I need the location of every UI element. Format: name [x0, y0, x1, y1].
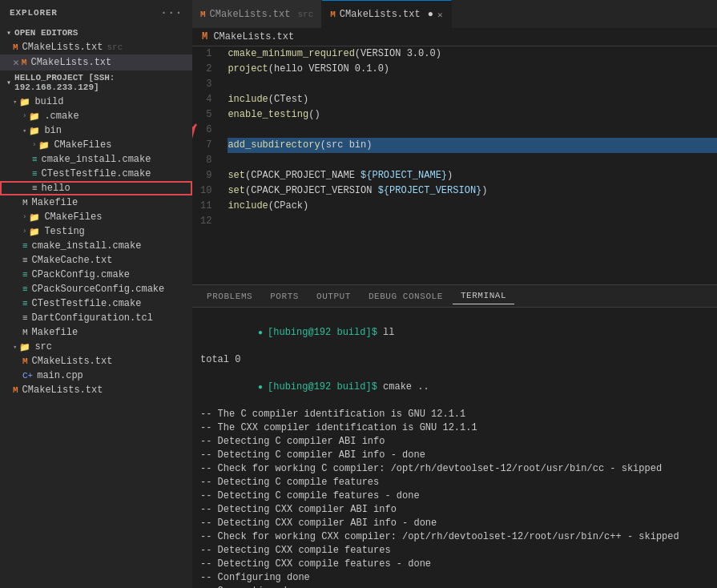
testing-label: Testing — [44, 226, 84, 237]
tree-item-testing[interactable]: › 📁 Testing — [0, 224, 192, 239]
tree-item-cmake-install2[interactable]: ≡ cmake_install.cmake — [0, 239, 192, 253]
cpp-icon-main: C+ — [22, 371, 33, 381]
tree-item-root-cmake[interactable]: M CMakeLists.txt — [0, 383, 192, 397]
tree-item-cpackconfig[interactable]: ≡ CPackConfig.cmake — [0, 268, 192, 282]
terminal-line-3: ● [hubing@192 build]$ cmake .. — [200, 367, 709, 408]
folder-chevron-testing: › — [22, 228, 26, 236]
code-editor[interactable]: cmake_minimum_required(VERSION 3.0.0) pr… — [220, 46, 717, 284]
tree-item-dart[interactable]: ≡ DartConfiguration.tcl — [0, 311, 192, 325]
tree-item-cmake-dir[interactable]: › 📁 .cmake — [0, 109, 192, 123]
tab-m-icon-2: M — [330, 10, 336, 19]
src-cmake-label: CMakeLists.txt — [32, 356, 113, 367]
editor-file-icon: M — [202, 31, 213, 42]
terminal-line-17: -- Generating done — [200, 585, 709, 588]
cmake-m-icon: M — [13, 42, 18, 52]
project-chevron: ▾ — [6, 78, 11, 87]
tab-ports[interactable]: PORTS — [262, 288, 307, 304]
cpacksource-label: CPackSourceConfig.cmake — [32, 284, 165, 295]
line-numbers: 12345 678910 1112 — [192, 46, 220, 284]
cmake-m-icon-root: M — [13, 385, 18, 395]
cmd-1: ll — [377, 327, 395, 338]
project-label: HELLO_PROJECT [SSH: 192.168.233.129] — [14, 73, 186, 92]
folder-chevron-cmakefiles2: › — [22, 213, 26, 221]
tree-item-cmake-install[interactable]: ≡ cmake_install.cmake — [0, 152, 192, 167]
dot-1: ● — [258, 328, 268, 337]
dot-2: ● — [258, 383, 268, 392]
terminal-line-4: -- The C compiler identification is GNU … — [200, 408, 709, 421]
editor-filename: CMakeLists.txt — [213, 31, 294, 42]
tab-modified-dot: ● — [428, 9, 433, 20]
cmake-m-icon-src: M — [22, 356, 28, 366]
terminal-line-15: -- Detecting CXX compile features - done — [200, 558, 709, 571]
sidebar: EXPLORER ··· ▾ OPEN EDITORS M CMakeLists… — [0, 0, 192, 588]
cmake-icon-ctest: ≡ — [32, 169, 38, 179]
cmake-icon-install2: ≡ — [22, 241, 28, 251]
explorer-header: EXPLORER ··· — [0, 0, 192, 26]
code-line-10: set(CPACK_PROJECT_VERSION ${PROJECT_VERS… — [228, 183, 717, 199]
makefile-icon-bin: M — [22, 198, 28, 207]
tree-item-src-cmake[interactable]: M CMakeLists.txt — [0, 354, 192, 369]
tree-item-cmakecache[interactable]: ≡ CMakeCache.txt — [0, 253, 192, 268]
prompt-1: [hubing@192 build]$ — [268, 327, 377, 338]
tab-terminal[interactable]: TERMINAL — [453, 288, 514, 304]
file-icon-hello: ≡ — [32, 183, 38, 193]
folder-icon-testing: 📁 — [29, 227, 40, 237]
root-cmake-label: CMakeLists.txt — [22, 385, 103, 396]
prompt-2: [hubing@192 build]$ — [268, 381, 377, 393]
tree-item-bin[interactable]: ▾ 📁 bin — [0, 123, 192, 138]
code-line-2: project(hello VERSION 0.1.0) — [228, 62, 717, 77]
tree-item-cpacksource[interactable]: ≡ CPackSourceConfig.cmake — [0, 282, 192, 296]
cmake-icon-cpacksrc: ≡ — [22, 284, 28, 294]
makefile-bin-label: Makefile — [32, 197, 79, 208]
editor-breadcrumb: M CMakeLists.txt — [192, 28, 717, 46]
tree-item-main-cpp[interactable]: C+ main.cpp — [0, 369, 192, 383]
close-icon[interactable]: ✕ — [13, 56, 19, 69]
code-line-12 — [228, 214, 717, 229]
tab-cmake-src[interactable]: M CMakeLists.txt src — [192, 0, 322, 28]
tab-problems[interactable]: PROBLEMS — [199, 288, 260, 304]
txt-icon-cache: ≡ — [22, 256, 28, 265]
tree-item-ctest-bin[interactable]: ≡ CTestTestfile.cmake — [0, 167, 192, 181]
tree-item-ctest2[interactable]: ≡ CTestTestfile.cmake — [0, 296, 192, 311]
folder-icon-cmakefiles2: 📁 — [29, 212, 40, 223]
folder-chevron-bin: ▾ — [22, 127, 26, 135]
tab-m-icon-1: M — [200, 10, 206, 19]
terminal-line-16: -- Configuring done — [200, 571, 709, 585]
open-editor-suffix-1: src — [107, 42, 123, 52]
project-section[interactable]: ▾ HELLO_PROJECT [SSH: 192.168.233.129] — [0, 70, 192, 95]
tab-debug-console[interactable]: DEBUG CONSOLE — [361, 288, 451, 304]
tab-close-btn[interactable]: ✕ — [437, 10, 443, 20]
terminal-line-9: -- Detecting C compile features — [200, 476, 709, 489]
code-line-8 — [228, 153, 717, 168]
terminal-content[interactable]: ● [hubing@192 build]$ ll total 0 ● [hubi… — [192, 308, 717, 588]
terminal-line-1: ● [hubing@192 build]$ ll — [200, 312, 709, 353]
tree-item-src[interactable]: ▾ 📁 src — [0, 340, 192, 354]
bin-label: bin — [44, 125, 62, 136]
tree-item-hello[interactable]: ≡ hello — [0, 181, 192, 195]
tree-item-makefile2[interactable]: M Makefile — [0, 325, 192, 340]
tree-item-cmakefiles2[interactable]: › 📁 CMakeFiles — [0, 210, 192, 224]
tree-item-makefile-bin[interactable]: M Makefile — [0, 195, 192, 210]
dart-label: DartConfiguration.tcl — [32, 312, 153, 324]
code-line-11: include(CPack) — [228, 199, 717, 214]
open-editors-section[interactable]: ▾ OPEN EDITORS — [0, 26, 192, 40]
tab-output[interactable]: OUTPUT — [308, 288, 359, 304]
explorer-menu[interactable]: ··· — [160, 6, 183, 19]
code-line-7: add_subdirectory(src bin) — [228, 138, 717, 153]
folder-chevron: ▾ — [13, 98, 17, 107]
right-panel: M CMakeLists.txt src M CMakeLists.txt ● … — [192, 0, 717, 588]
tab-suffix-1: src — [297, 10, 313, 19]
tab-cmake-active[interactable]: M CMakeLists.txt ● ✕ — [322, 0, 451, 28]
open-editor-cmake-active[interactable]: ✕ M CMakeLists.txt — [0, 54, 192, 70]
terminal-line-12: -- Detecting CXX compiler ABI info - don… — [200, 517, 709, 530]
cmake-install-label: cmake_install.cmake — [42, 154, 151, 165]
code-container[interactable]: 12345 678910 1112 cmake_minimum_required… — [192, 46, 717, 284]
open-editor-label-1: CMakeLists.txt — [22, 42, 103, 53]
tree-item-cmakefiles[interactable]: › 📁 CMakeFiles — [0, 138, 192, 152]
open-editor-cmake-src[interactable]: M CMakeLists.txt src — [0, 40, 192, 54]
cmakefiles2-label: CMakeFiles — [44, 211, 102, 223]
terminal-line-14: -- Detecting CXX compile features — [200, 544, 709, 558]
tab-label-1: CMakeLists.txt — [210, 9, 291, 20]
tree-item-build[interactable]: ▾ 📁 build — [0, 95, 192, 109]
explorer-title: EXPLORER — [10, 8, 58, 18]
